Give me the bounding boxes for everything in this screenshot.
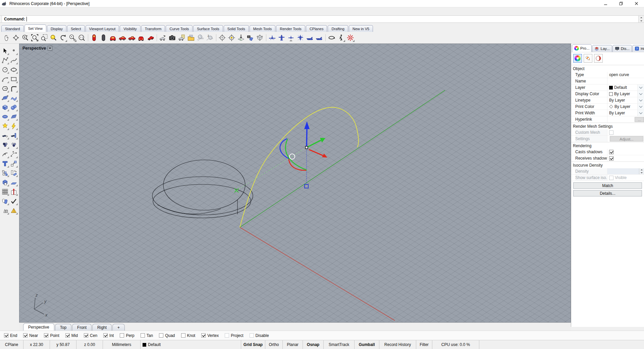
menu-item[interactable]: [1, 10, 7, 12]
osnap-toggle[interactable]: Mid: [65, 333, 78, 338]
property-value[interactable]: [607, 149, 644, 155]
osnap-toggle[interactable]: Near: [23, 333, 38, 338]
point-icon[interactable]: [9, 46, 18, 55]
rectangle-icon[interactable]: [9, 74, 18, 83]
status-field[interactable]: SmartTrack: [324, 340, 355, 349]
property-row[interactable]: Settings Adjust...: [571, 136, 644, 142]
status-field[interactable]: Millimeters: [103, 340, 141, 349]
close-button[interactable]: [629, 0, 644, 7]
circle-icon[interactable]: [1, 65, 9, 74]
osnap-toggle[interactable]: Disable: [250, 333, 269, 338]
dropdown-button[interactable]: [637, 110, 644, 116]
tab-layers[interactable]: Lay...: [592, 45, 612, 52]
material-properties-button[interactable]: [584, 54, 592, 63]
checkbox[interactable]: [181, 333, 185, 338]
scroll-up-icon[interactable]: [639, 16, 644, 19]
layer-color-icon[interactable]: [9, 140, 18, 149]
checkbox[interactable]: [159, 333, 163, 338]
curve-icon[interactable]: [9, 56, 18, 65]
polyline-icon[interactable]: [1, 56, 9, 65]
menu-item[interactable]: [86, 10, 92, 12]
rotate-view-icon[interactable]: [11, 33, 20, 42]
mesh-surface-icon[interactable]: [9, 112, 18, 121]
status-field[interactable]: Default: [141, 340, 241, 349]
ellipse-icon[interactable]: [9, 65, 18, 74]
command-history-scroll[interactable]: [638, 16, 644, 22]
command-line[interactable]: Command:: [0, 15, 644, 23]
toolbar-tab[interactable]: Standard: [1, 25, 24, 32]
light-flash-icon[interactable]: [346, 33, 355, 42]
section-icon[interactable]: [9, 187, 18, 196]
menu-item[interactable]: [62, 10, 68, 12]
plane-strut-view-icon[interactable]: [286, 33, 296, 42]
named-view-icon[interactable]: [177, 33, 186, 42]
undo-view-icon[interactable]: [58, 33, 67, 42]
object-color-icon[interactable]: [1, 140, 9, 149]
car-front-view-icon[interactable]: [108, 33, 117, 42]
toolbar-tab[interactable]: Select: [67, 25, 85, 32]
osnap-toggle[interactable]: End: [4, 333, 17, 338]
polygon-icon[interactable]: [1, 84, 9, 93]
two-point-perspective-icon[interactable]: [205, 33, 214, 42]
osnap-toggle[interactable]: Quad: [159, 333, 175, 338]
zoom-window-icon[interactable]: [30, 33, 39, 42]
box-icon[interactable]: [1, 103, 9, 112]
dropdown-button[interactable]: [637, 91, 644, 97]
status-field[interactable]: Osnap: [303, 340, 324, 349]
checkbox[interactable]: [609, 130, 613, 135]
copy-icon[interactable]: [1, 168, 9, 177]
tab-properties[interactable]: Pro...: [572, 44, 592, 52]
top-view-capsule-icon[interactable]: [99, 33, 108, 42]
place-camera-icon[interactable]: [236, 33, 246, 42]
menu-item[interactable]: [38, 10, 44, 12]
property-row[interactable]: Type open curve: [571, 72, 644, 78]
checkbox[interactable]: [609, 176, 613, 180]
status-field[interactable]: Gumball: [355, 340, 379, 349]
camera-icon[interactable]: [168, 33, 177, 42]
checkbox[interactable]: [225, 333, 229, 338]
property-value[interactable]: ...: [607, 116, 644, 122]
menu-item[interactable]: [44, 10, 50, 12]
checkbox[interactable]: [44, 333, 48, 338]
status-field[interactable]: Filter: [416, 340, 432, 349]
menu-item[interactable]: [25, 10, 32, 12]
zoom-extents-icon[interactable]: [49, 33, 58, 42]
menu-item[interactable]: [50, 10, 56, 12]
osnap-toggle[interactable]: Point: [44, 333, 59, 338]
dropdown-button[interactable]: [637, 84, 644, 91]
viewport-tab[interactable]: +: [112, 324, 125, 331]
toolbar-tab[interactable]: Render Tools: [276, 25, 305, 32]
rotate-icon[interactable]: [9, 168, 18, 177]
toolbar-tab[interactable]: Viewport Layout: [86, 25, 119, 32]
plane-star-view-icon[interactable]: [296, 33, 305, 42]
osnap-toggle[interactable]: Project: [225, 333, 243, 338]
details-button[interactable]: Details...: [573, 190, 642, 196]
osnap-toggle[interactable]: Cen: [84, 333, 97, 338]
status-field[interactable]: y 50.87: [50, 340, 76, 349]
toolbar-tab[interactable]: Surface Tools: [193, 25, 223, 32]
property-row[interactable]: Print Width By Layer: [571, 110, 644, 116]
scroll-down-icon[interactable]: [639, 19, 644, 22]
camera-location-icon[interactable]: [246, 33, 255, 42]
texture-properties-button[interactable]: [594, 54, 603, 63]
status-field[interactable]: Grid Snap: [241, 340, 265, 349]
checkbox[interactable]: [4, 333, 8, 338]
curve-boolean-icon[interactable]: [9, 121, 18, 130]
tab-display[interactable]: Dis...: [612, 45, 632, 52]
sphere-icon[interactable]: [9, 103, 18, 112]
menu-item[interactable]: [32, 10, 38, 12]
viewport-layout-icon[interactable]: [186, 33, 196, 42]
property-value[interactable]: By Layer: [607, 110, 637, 116]
object-properties-button[interactable]: [573, 54, 582, 63]
tab-help[interactable]: Help: [632, 45, 644, 52]
osnap-toggle[interactable]: Perp: [120, 333, 134, 338]
rebuild-curve-icon[interactable]: [9, 150, 18, 159]
property-row[interactable]: Hyperlink ...: [571, 116, 644, 123]
car-rear-view-icon[interactable]: [137, 33, 146, 42]
minimize-button[interactable]: [598, 0, 613, 7]
zoom-target-icon[interactable]: [68, 33, 77, 42]
group-icon[interactable]: [1, 196, 9, 206]
viewport-tab[interactable]: Front: [72, 324, 92, 331]
menu-item[interactable]: [19, 10, 25, 12]
restore-button[interactable]: [613, 0, 629, 7]
